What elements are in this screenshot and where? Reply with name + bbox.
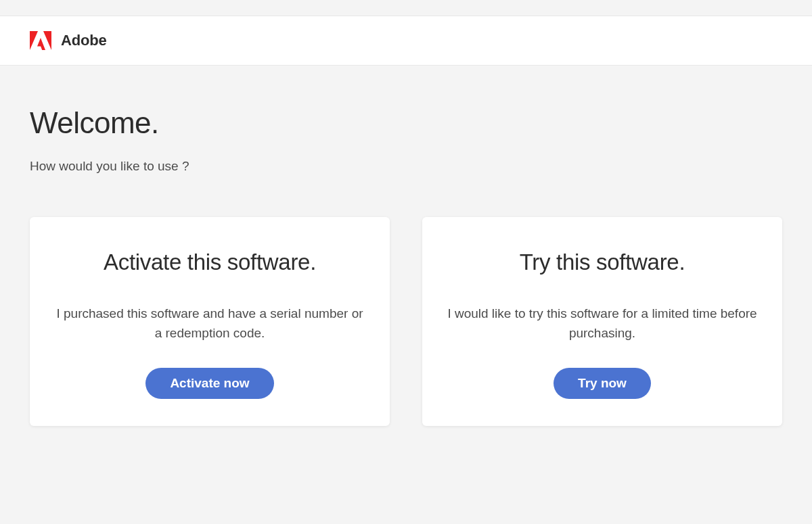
activate-now-button[interactable]: Activate now [145, 368, 273, 399]
activate-card: Activate this software. I purchased this… [30, 217, 390, 426]
try-card: Try this software. I would like to try t… [422, 217, 782, 426]
activate-card-title: Activate this software. [104, 249, 316, 275]
activate-card-description: I purchased this software and have a ser… [51, 304, 368, 343]
window-top-strip [0, 0, 812, 16]
try-now-button[interactable]: Try now [554, 368, 651, 399]
page-subtitle: How would you like to use ? [30, 159, 782, 174]
option-cards-row: Activate this software. I purchased this… [30, 217, 782, 426]
page-title: Welcome. [30, 106, 782, 140]
header-bar: Adobe [0, 16, 812, 66]
brand-name: Adobe [61, 32, 106, 49]
adobe-logo-icon [30, 31, 51, 50]
try-card-description: I would like to try this software for a … [444, 304, 761, 343]
main-content: Welcome. How would you like to use ? Act… [0, 66, 812, 426]
try-card-title: Try this software. [520, 249, 685, 275]
brand-logo-wrap: Adobe [30, 31, 106, 50]
